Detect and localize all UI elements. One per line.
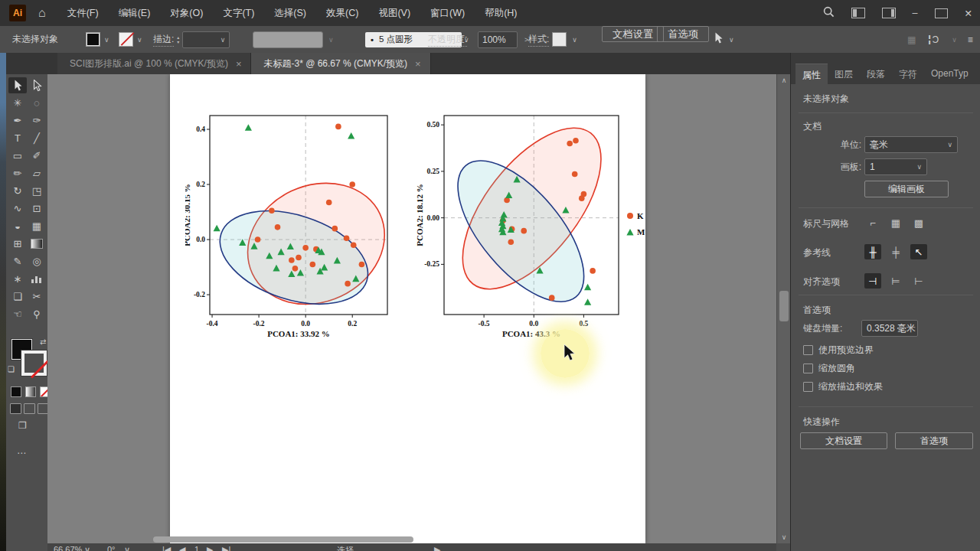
snap-glyph-icon[interactable]: ⊢ xyxy=(910,273,927,289)
units-select[interactable]: 毫米∨ xyxy=(864,136,958,153)
chevron-down-icon[interactable]: ∨ xyxy=(572,36,577,44)
curvature-tool-icon[interactable]: ✑ xyxy=(28,112,46,129)
quick-document-setup-button[interactable]: 文档设置 xyxy=(800,432,887,449)
pcoa-plot-left[interactable]: -0.4-0.20.00.2-0.20.00.20.4PCOA1: 33.92 … xyxy=(185,100,407,353)
chevron-down-icon[interactable]: ∨ xyxy=(104,36,109,44)
status-item[interactable]: ∨ xyxy=(124,545,130,551)
menu-item[interactable]: 帮助(H) xyxy=(485,7,517,20)
hamburger-menu-icon[interactable]: ≡ xyxy=(968,34,973,45)
close-tab-icon[interactable]: × xyxy=(236,58,242,70)
menu-item[interactable]: 视图(V) xyxy=(378,7,410,20)
draw-normal-icon[interactable] xyxy=(10,403,21,414)
pcoa-plot-right[interactable]: -0.50.00.5-0.250.000.250.50PCOA1: 43.3 %… xyxy=(410,100,645,353)
menu-item[interactable]: 窗口(W) xyxy=(430,7,465,20)
menu-item[interactable]: 编辑(E) xyxy=(119,7,151,20)
panel-tab-段落[interactable]: 段落 xyxy=(860,64,892,87)
illustrator-logo[interactable]: Ai xyxy=(9,5,26,21)
vertical-scrollbar-thumb[interactable] xyxy=(779,291,789,321)
lock-guides-icon[interactable]: ╪ xyxy=(887,244,904,259)
vertical-scrollbar[interactable]: ∧ ∨ xyxy=(776,74,791,543)
status-item[interactable]: 0° xyxy=(107,545,116,551)
width-tool-icon[interactable]: ∿ xyxy=(8,201,27,217)
blend-tool-icon[interactable]: ◎ xyxy=(28,253,46,269)
style-label[interactable]: 样式: xyxy=(528,33,549,47)
panel-tab-字符[interactable]: 字符 xyxy=(892,64,924,87)
document-setup-button[interactable]: 文档设置 xyxy=(602,26,664,42)
checkbox-row[interactable]: 缩放圆角 xyxy=(803,362,855,375)
home-icon[interactable]: ⌂ xyxy=(38,6,46,20)
paintbrush-tool-icon[interactable]: ✐ xyxy=(28,148,46,164)
gradient-button[interactable] xyxy=(25,386,36,397)
column-graph-tool-icon[interactable] xyxy=(28,271,46,287)
stroke-stepper[interactable]: ▴▾ xyxy=(177,35,179,44)
checkbox-unchecked[interactable] xyxy=(803,364,813,373)
screen-mode-icon[interactable]: ❐ xyxy=(18,420,27,431)
opacity-label[interactable]: 不透明度: xyxy=(428,33,467,47)
selection-tool-indicator-icon[interactable] xyxy=(714,32,724,47)
shaper-tool-icon[interactable]: ✏ xyxy=(8,165,27,181)
pen-tool-icon[interactable]: ✒ xyxy=(8,112,27,129)
eyedropper-tool-icon[interactable]: ✎ xyxy=(8,253,27,269)
document-tab[interactable]: SCI图形排版.ai @ 100 % (CMYK/预览)× xyxy=(57,53,251,74)
grid-icon[interactable]: ▦ xyxy=(887,215,904,230)
status-item[interactable]: ▶ xyxy=(434,545,440,551)
brush-definition-select[interactable] xyxy=(253,31,323,48)
fill-color-swatch[interactable] xyxy=(86,32,100,47)
status-item[interactable]: ▶ xyxy=(207,545,213,551)
zoom-tool-icon[interactable]: ⚲ xyxy=(28,306,46,322)
checkbox-unchecked[interactable] xyxy=(803,382,813,392)
status-item[interactable]: ∨ xyxy=(84,545,90,551)
magic-wand-tool-icon[interactable]: ✳ xyxy=(8,95,27,111)
stroke-weight-label[interactable]: 描边: xyxy=(153,33,174,47)
lasso-tool-icon[interactable]: ◌ xyxy=(28,95,46,111)
keyboard-increment-value[interactable]: 0.3528 毫米 xyxy=(861,320,918,337)
perspective-grid-tool-icon[interactable]: ▦ xyxy=(28,218,46,234)
slice-tool-icon[interactable]: ✂ xyxy=(28,289,46,305)
symbol-sprayer-tool-icon[interactable]: ∗ xyxy=(8,271,27,287)
panel-tab-属性[interactable]: 属性 xyxy=(795,64,828,87)
default-fill-stroke-icon[interactable]: ❏ xyxy=(8,365,15,373)
selection-tool-icon[interactable] xyxy=(8,77,27,93)
search-icon[interactable] xyxy=(823,6,835,20)
ruler-icon[interactable]: ⌐ xyxy=(864,215,881,230)
stroke-weight-select[interactable]: ∨ xyxy=(182,31,230,48)
close-button[interactable]: ✕ xyxy=(965,8,972,19)
smart-guides-icon[interactable]: ↖ xyxy=(910,244,927,259)
artboard-select[interactable]: 1∨ xyxy=(864,158,927,175)
status-item[interactable]: 1 xyxy=(194,545,199,551)
color-button[interactable] xyxy=(11,386,21,397)
menu-item[interactable]: 对象(O) xyxy=(170,7,203,20)
align-panel-icon[interactable]: ╏Ɔ xyxy=(926,34,939,45)
checkbox-row[interactable]: 缩放描边和效果 xyxy=(803,380,883,393)
show-guides-icon[interactable]: ╫ xyxy=(864,244,881,259)
arrange-documents-icon[interactable] xyxy=(882,8,896,18)
draw-behind-icon[interactable] xyxy=(24,403,35,414)
mesh-tool-icon[interactable]: ⊞ xyxy=(8,236,27,252)
menu-item[interactable]: 文件(F) xyxy=(67,7,99,20)
document-tab[interactable]: 未标题-3* @ 66.67 % (CMYK/预览)× xyxy=(251,53,430,74)
menu-item[interactable]: 文字(T) xyxy=(223,7,254,20)
scroll-up-icon[interactable]: ∧ xyxy=(777,77,791,84)
minimize-button[interactable]: – xyxy=(913,8,918,18)
chevron-down-icon[interactable]: ∨ xyxy=(729,36,734,44)
menu-item[interactable]: 选择(S) xyxy=(274,7,306,20)
workspace-switcher-icon[interactable] xyxy=(851,8,865,18)
panel-tab-OpenTyp[interactable]: OpenTyp xyxy=(924,64,975,87)
scale-tool-icon[interactable]: ◳ xyxy=(28,183,46,199)
status-item[interactable]: ▶| xyxy=(222,545,230,551)
line-segment-tool-icon[interactable]: ╱ xyxy=(28,130,46,146)
swap-fill-stroke-icon[interactable]: ⇄ xyxy=(40,337,46,346)
snap-point-icon[interactable]: ⊣ xyxy=(864,273,881,289)
canvas[interactable]: -0.4-0.20.00.2-0.20.00.20.4PCOA1: 33.92 … xyxy=(47,74,776,543)
panel-tab-图层[interactable]: 图层 xyxy=(828,64,860,87)
artboard-tool-icon[interactable]: ❏ xyxy=(8,289,27,305)
status-item[interactable]: |◀ xyxy=(162,545,171,551)
preferences-button[interactable]: 首选项 xyxy=(657,26,709,42)
stroke-color-swatch[interactable] xyxy=(119,32,133,47)
menu-item[interactable]: 效果(C) xyxy=(326,7,358,20)
close-tab-icon[interactable]: × xyxy=(415,58,421,70)
eraser-tool-icon[interactable]: ▱ xyxy=(28,165,46,181)
checkbox-unchecked[interactable] xyxy=(803,345,813,355)
status-item[interactable]: ◀ xyxy=(179,545,185,551)
horizontal-scrollbar-thumb[interactable] xyxy=(153,536,413,543)
